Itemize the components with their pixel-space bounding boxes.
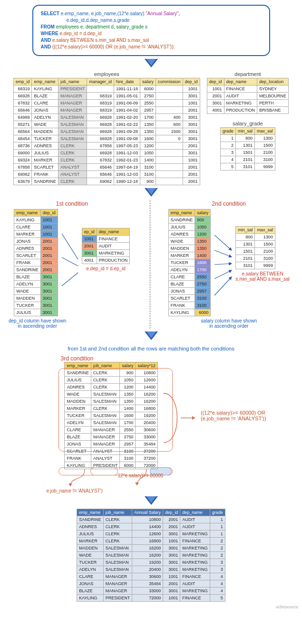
cell: 2 [210,552,225,559]
table-row: BLAZEMANAGER275033000 [65,434,158,441]
cell: 1050 [195,224,211,231]
table-row: 315012100 [221,149,275,156]
cell: BLAZE [65,434,91,441]
cell: AUDIT [180,516,210,523]
cell: ADNRES [77,523,104,530]
cell: 3001 [183,114,200,121]
table-row: FRANKANALYST310037200 [65,455,158,462]
cell: 67832 [13,100,32,107]
cell: 1500 [255,241,275,248]
cell: 2101 [236,156,255,163]
svg-marker-17 [135,483,139,485]
cell: SANDRINE [77,516,104,523]
table-row: 68736ADNRESCLERK678581997-05-2312002001 [13,142,200,150]
cell: MARKER [77,538,104,545]
cell: 65646 [87,164,114,171]
column-header: min_sal [236,128,255,135]
cell: 1991-09-28 [114,128,140,135]
cell: ADELYN [65,419,91,426]
cell: SANDRINE [65,369,91,377]
table-row: 69324MARKERCLERK678321992-01-2314001001 [13,157,200,164]
cell: JULIUS [65,377,91,384]
cell: 9999 [255,262,275,269]
column-header: grade [210,509,225,516]
cell: 66564 [13,128,32,135]
cell: 0 [156,135,183,142]
cell: 1001 [82,236,97,243]
column-header: dep_id [163,509,180,516]
sql-and1: AND [41,38,51,43]
cell: 1600 [120,412,136,419]
table-row: 4001PRODUCTION [82,257,130,264]
column-header: emp_id [13,78,32,85]
cell: JULIUS [14,309,41,316]
cell: PRESIDENT [91,462,120,469]
cell: 1991-11-18 [114,85,140,93]
cell: 2750 [120,434,136,441]
cell: 2001 [183,171,200,178]
table-row: CLARE1001 [14,224,58,231]
table-row: 69062FRANKANALYST656461991-12-0331002001 [13,171,200,178]
table-row: 1001FINANCESYDNEY [207,85,289,93]
table-row: JONAS2001 [14,238,58,245]
cell: 1200 [140,142,156,150]
cell: 69062 [87,178,114,185]
cell: JULIUS [168,224,195,231]
table-row: CLAREMANAGER306001001FINANCE4 [77,573,225,580]
cell: 35484 [136,441,158,448]
cell: 1991-02-20 [114,114,140,121]
cell: CLARE [32,100,58,107]
cell [156,100,183,107]
cond1-right-table: ep_iddep_name1001FINANCE2001AUDIT3001MAR… [82,228,130,264]
table-row: 67858SCARLETANALYST656461997-04-19310020… [13,164,200,171]
table-row: SANDRINE900 [168,217,211,224]
cell: 400 [156,114,183,121]
cell: CLERK [91,377,120,384]
cell: TUCKER [65,412,91,419]
cell: 3001 [183,93,200,100]
cell: MARKETING [180,566,210,573]
cell: 5 [221,163,236,170]
cell: FINANCE [97,236,130,243]
cell: 16200 [136,398,158,405]
cell: 1991-06-09 [114,100,140,107]
cell: 1001 [163,573,180,580]
table-row: 66928BLAZEMANAGER683191991-05-0127503001 [13,93,200,100]
cell: 2001 [163,523,180,530]
column-header: max_sal [255,128,275,135]
cell: 10800 [136,369,158,377]
cell: 67832 [87,157,114,164]
cell: 1050 [140,150,156,157]
cell: 6000 [195,309,211,316]
salary-grade-title: salary_grade [220,121,275,126]
cell: MANAGER [91,441,120,448]
result-table: emp_namejob_nameAnnual Salarydep_iddep_n… [77,509,225,602]
cell: CLERK [58,157,87,164]
table-row: BLAZE3001 [14,274,58,281]
table-row: ADELYNSALESMAN204003001MARKETING3 [77,566,225,573]
sql-cond3: (((12*e.salary)>= 60000) OR (e.job_name … [52,44,175,49]
cell: 4001 [82,257,97,264]
cell: 3001 [40,288,58,295]
cell: MANAGER [58,93,87,100]
column-header: dep_location [257,78,289,85]
cell: MARKETING [180,545,210,552]
cell [87,85,114,93]
department-title: department [207,71,289,77]
cell: PRODUCTION [97,257,130,264]
cell: 800 [236,135,255,142]
cell: 600 [156,121,183,128]
cell: 2001 [40,259,58,266]
cell: 3100 [195,302,211,309]
cell: 2100 [255,248,275,255]
cell: 69062 [13,171,32,178]
cell: 1001 [40,231,58,238]
cell: 19200 [136,412,158,419]
table-row: MADDENSALESMAN135016200 [65,398,158,405]
cell: MARKETING [97,250,130,257]
cell: 1350 [195,238,211,245]
cell: KAYLING [168,309,195,316]
table-row: KAYLING6000 [168,309,211,316]
sql-query-box: SELECT e.emp_name, e.job_name,(12*e.sala… [32,5,270,56]
cell: 68319 [87,100,114,107]
